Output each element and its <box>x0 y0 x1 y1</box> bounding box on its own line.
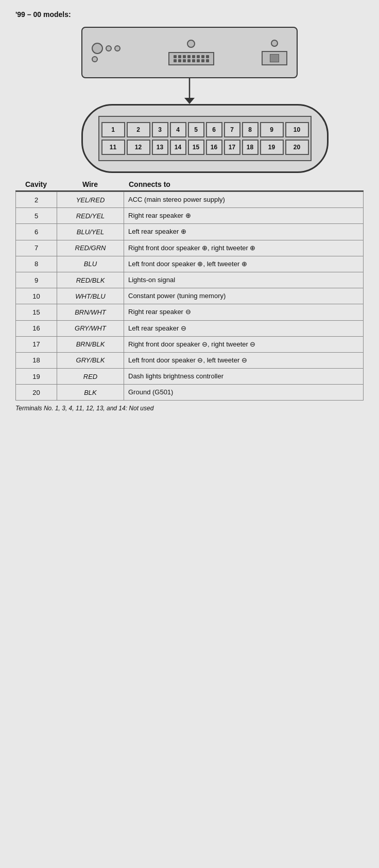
pin-8: 8 <box>242 122 259 137</box>
cell-connects: Left rear speaker ⊕ <box>124 224 363 239</box>
circle-right <box>271 40 278 47</box>
pin-10: 10 <box>285 122 309 137</box>
cell-connects: Left front door speaker ⊕, left tweeter … <box>124 256 363 272</box>
pin-16: 16 <box>206 140 222 155</box>
pin-15: 15 <box>188 140 204 155</box>
pin-11: 11 <box>101 140 125 155</box>
table-row: 8BLULeft front door speaker ⊕, left twee… <box>16 256 363 272</box>
connector-inner: 1 2 3 4 5 6 7 8 9 10 11 12 13 14 <box>98 116 312 161</box>
slot-box <box>262 51 287 65</box>
circle-small-2 <box>114 45 120 51</box>
cell-wire: RED/YEL <box>57 208 124 223</box>
table-row: 17BRN/BLKRight front door speaker ⊖, rig… <box>16 337 363 353</box>
cell-connects: ACC (main stereo power supply) <box>124 192 363 207</box>
cell-wire: RED/GRN <box>57 240 124 256</box>
pin-1: 1 <box>101 122 125 137</box>
cell-wire: GRY/BLK <box>57 353 124 368</box>
circle-small-3 <box>92 56 98 62</box>
cell-cavity: 20 <box>16 385 57 400</box>
cell-cavity: 5 <box>16 208 57 223</box>
cell-cavity: 7 <box>16 240 57 256</box>
cell-wire: RED <box>57 369 124 384</box>
cell-cavity: 15 <box>16 304 57 320</box>
cell-connects: Ground (G501) <box>124 385 363 400</box>
header-wire: Wire <box>57 180 124 188</box>
table-row: 16GRY/WHTLeft rear speaker ⊖ <box>16 321 363 337</box>
pin-9: 9 <box>260 122 284 137</box>
table-row: 10WHT/BLUConstant power (tuning memory) <box>16 288 363 304</box>
table-row: 7RED/GRNRight front door speaker ⊕, righ… <box>16 240 363 256</box>
cell-cavity: 18 <box>16 353 57 368</box>
circle-large <box>92 43 103 54</box>
table-row: 18GRY/BLKLeft front door speaker ⊖, left… <box>16 353 363 369</box>
table-body: 2YEL/REDACC (main stereo power supply)5R… <box>15 192 364 401</box>
cell-wire: BRN/BLK <box>57 337 124 352</box>
pin-14: 14 <box>170 140 186 155</box>
radio-unit-diagram: 1 2 3 4 5 6 7 8 9 10 11 12 13 14 <box>15 27 364 173</box>
cell-connects: Constant power (tuning memory) <box>124 288 363 304</box>
cell-connects: Dash lights brightness controller <box>124 369 363 384</box>
pin-13: 13 <box>152 140 168 155</box>
table-header: Cavity Wire Connects to <box>15 178 364 192</box>
header-cavity: Cavity <box>15 180 57 188</box>
cell-wire: RED/BLK <box>57 272 124 288</box>
pin-18: 18 <box>242 140 259 155</box>
cell-cavity: 17 <box>16 337 57 352</box>
cell-wire: YEL/RED <box>57 192 124 207</box>
table-row: 19REDDash lights brightness controller <box>16 369 363 385</box>
cell-connects: Right front door speaker ⊕, right tweete… <box>124 240 363 256</box>
svg-marker-1 <box>184 98 195 104</box>
cell-connects: Left front door speaker ⊖, left tweeter … <box>124 353 363 368</box>
circle-group-bottom <box>92 56 120 62</box>
pin-4: 4 <box>170 122 186 137</box>
pin-6: 6 <box>206 122 222 137</box>
table-row: 9RED/BLKLights-on signal <box>16 272 363 288</box>
connector-box <box>168 52 214 65</box>
pin-7: 7 <box>224 122 240 137</box>
circle-small-1 <box>106 45 112 51</box>
header-connects: Connects to <box>124 180 364 188</box>
cell-cavity: 6 <box>16 224 57 239</box>
connector-oval: 1 2 3 4 5 6 7 8 9 10 11 12 13 14 <box>81 104 329 173</box>
pin-3: 3 <box>152 122 168 137</box>
radio-unit: 1 2 3 4 5 6 7 8 9 10 11 12 13 14 <box>81 27 298 173</box>
pin-2: 2 <box>127 122 150 137</box>
page-title: '99 – 00 models: <box>15 10 364 19</box>
cell-connects: Right rear speaker ⊖ <box>124 304 363 320</box>
cell-wire: WHT/BLU <box>57 288 124 304</box>
pin-17: 17 <box>224 140 240 155</box>
table-row: 20BLKGround (G501) <box>16 385 363 401</box>
cell-connects: Right front door speaker ⊖, right tweete… <box>124 337 363 352</box>
arrow-svg <box>174 78 205 104</box>
table-row: 2YEL/REDACC (main stereo power supply) <box>16 192 363 208</box>
cell-connects: Lights-on signal <box>124 272 363 288</box>
connector-row-1: 1 2 3 4 5 6 7 8 9 10 <box>106 122 304 137</box>
cell-cavity: 16 <box>16 321 57 336</box>
table-row: 6BLU/YELLeft rear speaker ⊕ <box>16 224 363 240</box>
cell-wire: BLK <box>57 385 124 400</box>
radio-right-side <box>262 40 287 65</box>
cell-cavity: 19 <box>16 369 57 384</box>
pin-5: 5 <box>188 122 204 137</box>
cell-cavity: 8 <box>16 256 57 272</box>
circle-group-top <box>92 43 120 54</box>
pin-12: 12 <box>127 140 150 155</box>
cell-cavity: 10 <box>16 288 57 304</box>
pin-20: 20 <box>285 140 309 155</box>
cell-connects: Left rear speaker ⊖ <box>124 321 363 336</box>
table-footer: Terminals No. 1, 3, 4, 11, 12, 13, and 1… <box>15 405 364 412</box>
cell-cavity: 2 <box>16 192 57 207</box>
pin-19: 19 <box>260 140 284 155</box>
slot-inner <box>270 54 279 62</box>
radio-box <box>81 27 298 78</box>
circle-center <box>187 40 195 48</box>
cell-connects: Right rear speaker ⊕ <box>124 208 363 223</box>
cell-wire: GRY/WHT <box>57 321 124 336</box>
table-row: 5RED/YELRight rear speaker ⊕ <box>16 208 363 224</box>
radio-left-connectors <box>92 43 120 62</box>
wiring-table: Cavity Wire Connects to 2YEL/REDACC (mai… <box>15 178 364 412</box>
cell-wire: BLU/YEL <box>57 224 124 239</box>
connector-row-2: 11 12 13 14 15 16 17 18 19 20 <box>106 140 304 155</box>
table-row: 15BRN/WHTRight rear speaker ⊖ <box>16 304 363 320</box>
cell-cavity: 9 <box>16 272 57 288</box>
